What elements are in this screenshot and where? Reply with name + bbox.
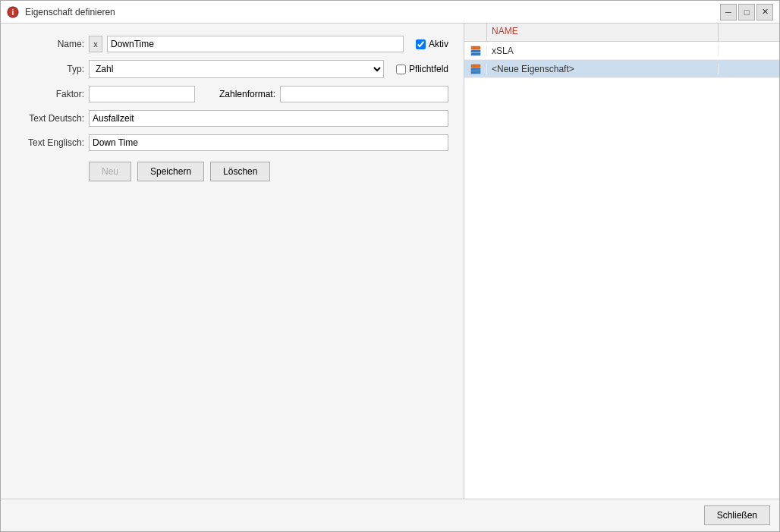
grid-header-extra — [719, 24, 779, 41]
aktiv-label: Aktiv — [429, 39, 448, 49]
main-window: i Eigenschaft definieren ─ □ ✕ Name: x A… — [0, 0, 780, 532]
neu-button[interactable]: Neu — [89, 162, 131, 181]
text-englisch-input[interactable] — [89, 134, 448, 151]
typ-select[interactable]: Zahl Text Datum Boolean — [89, 60, 384, 78]
typ-row: Typ: Zahl Text Datum Boolean Pflichtfeld — [16, 60, 448, 78]
svg-rect-8 — [471, 65, 480, 68]
loeschen-button[interactable]: Löschen — [210, 162, 270, 181]
aktiv-checkbox[interactable] — [416, 39, 426, 49]
restore-button[interactable]: □ — [738, 4, 755, 20]
minimize-button[interactable]: ─ — [720, 4, 737, 20]
svg-text:i: i — [12, 8, 14, 17]
text-englisch-row: Text Englisch: — [16, 134, 448, 151]
svg-rect-4 — [471, 53, 480, 55]
close-window-button[interactable]: ✕ — [756, 4, 773, 20]
name-input[interactable] — [107, 36, 404, 52]
pflichtfeld-group: Pflichtfeld — [396, 64, 448, 74]
svg-rect-9 — [471, 68, 480, 71]
faktor-row: Faktor: Zahlenformat: — [16, 86, 448, 102]
aktiv-group: Aktiv — [416, 39, 448, 49]
svg-rect-3 — [471, 50, 480, 52]
grid-body: xSLA <Neue Eig — [464, 42, 779, 499]
schliessen-button[interactable]: Schließen — [704, 505, 770, 525]
svg-rect-10 — [471, 71, 480, 74]
grid-row[interactable]: <Neue Eigenschaft> — [464, 60, 779, 78]
title-bar: i Eigenschaft definieren ─ □ ✕ — [1, 1, 779, 24]
grid-row-name-xsla: xSLA — [487, 46, 719, 56]
right-panel: NAME xSLA — [464, 24, 779, 499]
text-deutsch-label: Text Deutsch: — [16, 113, 84, 124]
svg-rect-2 — [471, 46, 480, 49]
zahlenformat-input[interactable] — [280, 86, 448, 102]
typ-label: Typ: — [16, 64, 84, 74]
grid-row[interactable]: xSLA — [464, 42, 779, 60]
pflichtfeld-label: Pflichtfeld — [409, 64, 448, 74]
name-clear-button[interactable]: x — [89, 36, 102, 52]
left-panel: Name: x Aktiv Typ: Zahl Text Datum Boole… — [1, 24, 464, 499]
db-table-icon-neue — [470, 64, 481, 74]
grid-header: NAME — [464, 24, 779, 42]
name-row: Name: x Aktiv — [16, 36, 448, 52]
speichern-button[interactable]: Speichern — [137, 162, 204, 181]
footer: Schließen — [1, 499, 779, 531]
window-title: Eigenschaft definieren — [25, 7, 720, 17]
name-label: Name: — [16, 39, 84, 49]
app-icon: i — [7, 6, 19, 18]
window-controls: ─ □ ✕ — [720, 4, 773, 20]
button-row: Neu Speichern Löschen — [16, 162, 448, 181]
row-icon-xsla — [464, 46, 487, 56]
row-icon-neue — [464, 64, 487, 74]
db-table-icon — [470, 46, 481, 56]
text-deutsch-input[interactable] — [89, 110, 448, 127]
text-deutsch-row: Text Deutsch: — [16, 110, 448, 127]
grid-row-name-neue: <Neue Eigenschaft> — [487, 64, 719, 74]
grid-header-name: NAME — [487, 24, 719, 41]
grid-header-icon-col — [464, 24, 487, 41]
text-englisch-label: Text Englisch: — [16, 137, 84, 148]
pflichtfeld-checkbox[interactable] — [396, 65, 406, 74]
faktor-input[interactable] — [89, 86, 195, 102]
content-area: Name: x Aktiv Typ: Zahl Text Datum Boole… — [1, 24, 779, 499]
faktor-label: Faktor: — [16, 89, 84, 99]
zahlenformat-label: Zahlenformat: — [200, 89, 275, 99]
